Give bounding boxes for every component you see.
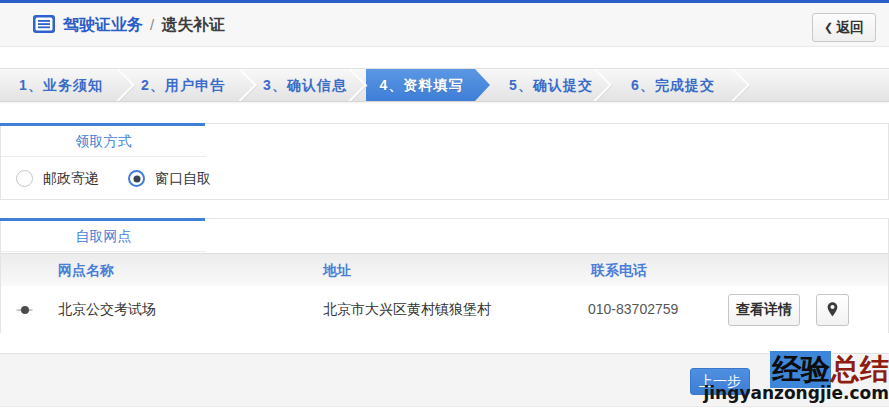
row-radio-selected-icon[interactable] [16,309,33,311]
page-title: 遗失补证 [161,16,225,33]
breadcrumb-separator: / [143,16,161,33]
breadcrumb-category[interactable]: 驾驶证业务 [63,16,143,33]
column-header-address: 地址 [323,254,351,287]
outlet-name: 北京公交考试场 [58,286,156,333]
radio-selected-icon[interactable] [128,170,145,187]
step-4-fill-info-active[interactable]: 4、资料填写 [366,69,490,101]
breadcrumb: 驾驶证业务/遗失补证 [63,3,225,46]
previous-step-button[interactable]: 上一步 [690,368,750,395]
back-button[interactable]: ❮返回 [812,13,876,42]
pickup-outlets-section: 自取网点 网点名称 地址 联系电话 北京公交考试场 北京市大兴区黄村镇狼堡村 0… [0,218,889,333]
id-card-list-icon [33,15,55,33]
pickup-outlets-title: 自取网点 [1,219,206,252]
wizard-step-bar: 1、业务须知 2、用户申告 3、确认信息 4、资料填写 5、确认提交 6、完成提… [0,68,889,102]
table-row[interactable]: 北京公交考试场 北京市大兴区黄村镇狼堡村 010-83702759 查看详情 [1,286,888,333]
outlets-table-header: 网点名称 地址 联系电话 [1,253,888,286]
location-pin-icon [826,301,839,318]
option-label: 窗口自取 [155,170,211,188]
option-postal-delivery[interactable]: 邮政寄递 [16,170,99,188]
page-header: 驾驶证业务/遗失补证 ❮返回 [0,3,889,47]
pickup-method-section: 领取方式 邮政寄递 窗口自取 [0,123,889,200]
back-button-label: 返回 [836,19,864,35]
action-footer: 上一步 [0,353,889,407]
pickup-method-options: 邮政寄递 窗口自取 [1,158,888,199]
map-button[interactable] [816,294,849,326]
column-header-phone: 联系电话 [591,254,647,287]
radio-unselected-icon[interactable] [16,170,33,187]
section-accent-line [0,123,205,126]
option-window-pickup[interactable]: 窗口自取 [128,170,211,188]
section-accent-line [0,218,205,221]
option-label: 邮政寄递 [43,170,99,188]
view-details-button[interactable]: 查看详情 [728,294,800,326]
outlet-address: 北京市大兴区黄村镇狼堡村 [323,286,491,333]
pickup-method-title: 领取方式 [1,124,206,157]
chevron-left-icon: ❮ [824,21,833,33]
column-header-name: 网点名称 [58,254,114,287]
outlet-phone: 010-83702759 [588,286,678,333]
